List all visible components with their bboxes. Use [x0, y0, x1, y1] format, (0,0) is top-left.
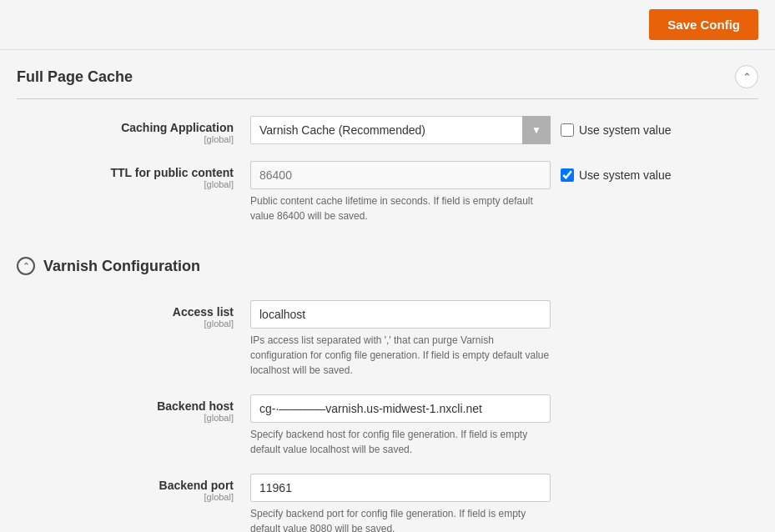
caching-application-scope: [global] — [17, 134, 234, 144]
ttl-field-row: Use system value — [250, 161, 758, 189]
varnish-section-header: ⌃ Varnish Configuration — [17, 257, 758, 275]
varnish-configuration-section: ⌃ Varnish Configuration Access list [glo… — [17, 257, 758, 532]
caching-application-select[interactable]: Built-in Cache Varnish Cache (Recommende… — [250, 116, 551, 144]
backend-host-label: Backend host — [17, 399, 234, 413]
ttl-hint: Public content cache lifetime in seconds… — [250, 193, 551, 223]
backend-port-label-col: Backend port [global] — [17, 474, 250, 502]
backend-host-field-col: Specify backend host for config file gen… — [250, 394, 758, 457]
top-bar: Save Config — [0, 0, 775, 50]
access-list-label-col: Access list [global] — [17, 300, 250, 329]
caching-application-field-row: Built-in Cache Varnish Cache (Recommende… — [250, 116, 758, 144]
backend-host-row: Backend host [global] Specify backend ho… — [17, 394, 758, 457]
save-config-button[interactable]: Save Config — [649, 9, 758, 40]
full-page-cache-title: Full Page Cache — [17, 68, 133, 86]
access-list-input[interactable] — [250, 300, 551, 329]
access-list-label: Access list — [17, 305, 234, 319]
caching-application-use-system-value-text: Use system value — [579, 123, 671, 137]
backend-host-label-col: Backend host [global] — [17, 394, 250, 423]
ttl-input[interactable] — [250, 161, 551, 189]
caching-application-label: Caching Application — [17, 121, 234, 134]
full-page-cache-form: Caching Application [global] Built-in Ca… — [17, 108, 758, 248]
caching-application-use-system-value-label[interactable]: Use system value — [561, 123, 671, 137]
caching-application-field-col: Built-in Cache Varnish Cache (Recommende… — [250, 116, 758, 144]
varnish-form: Access list [global] IPs access list sep… — [17, 292, 758, 532]
main-content: Full Page Cache ⌃ Caching Application [g… — [0, 50, 775, 532]
backend-port-field-col: Specify backend port for config file gen… — [250, 474, 758, 532]
access-list-field-col: IPs access list separated with ',' that … — [250, 300, 758, 378]
backend-host-input[interactable] — [250, 394, 551, 423]
backend-host-scope: [global] — [17, 413, 234, 423]
backend-port-row: Backend port [global] Specify backend po… — [17, 474, 758, 532]
backend-port-label: Backend port — [17, 479, 234, 492]
ttl-label-col: TTL for public content [global] — [17, 161, 250, 189]
ttl-scope: [global] — [17, 179, 234, 189]
ttl-field-col: Use system value Public content cache li… — [250, 161, 758, 223]
ttl-public-content-row: TTL for public content [global] Use syst… — [17, 161, 758, 223]
ttl-label: TTL for public content — [17, 166, 234, 179]
full-page-cache-section-header: Full Page Cache ⌃ — [17, 50, 758, 99]
access-list-hint: IPs access list separated with ',' that … — [250, 333, 551, 378]
backend-port-scope: [global] — [17, 492, 234, 502]
backend-port-input[interactable] — [250, 474, 551, 502]
caching-application-label-col: Caching Application [global] — [17, 116, 250, 144]
backend-port-hint: Specify backend port for config file gen… — [250, 506, 551, 532]
ttl-use-system-value-label[interactable]: Use system value — [561, 168, 671, 182]
varnish-section-title: Varnish Configuration — [43, 258, 200, 275]
ttl-use-system-value-text: Use system value — [579, 168, 671, 182]
access-list-scope: [global] — [17, 319, 234, 329]
caching-application-select-wrapper: Built-in Cache Varnish Cache (Recommende… — [250, 116, 551, 144]
access-list-row: Access list [global] IPs access list sep… — [17, 300, 758, 378]
ttl-use-system-value-checkbox[interactable] — [561, 168, 574, 182]
caching-application-row: Caching Application [global] Built-in Ca… — [17, 116, 758, 144]
backend-host-hint: Specify backend host for config file gen… — [250, 427, 551, 457]
full-page-cache-collapse-icon[interactable]: ⌃ — [735, 65, 758, 88]
varnish-collapse-icon[interactable]: ⌃ — [17, 257, 35, 275]
caching-application-use-system-value-checkbox[interactable] — [561, 123, 574, 137]
